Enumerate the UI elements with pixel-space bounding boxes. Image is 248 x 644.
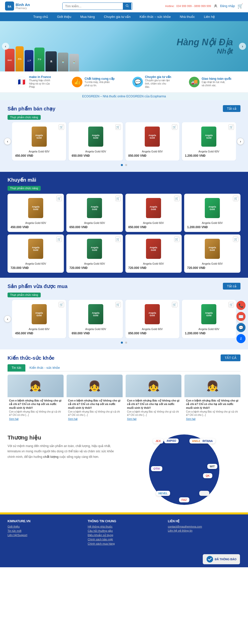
product-name: Angela Gold 60V xyxy=(72,328,120,331)
float-email-btn[interactable]: ✉️ xyxy=(236,312,245,321)
search-button[interactable] xyxy=(123,3,131,10)
hero-prev-btn[interactable]: ‹ xyxy=(2,43,9,50)
bestseller-product-0: AngelaGold 🛒 Angela Gold 60V 450.000 VNĐ xyxy=(12,122,66,160)
product-cart-btn[interactable]: 🛒 xyxy=(228,302,234,307)
top-header: BA Bình An Pharmacy Hotline: 034 999 999… xyxy=(0,0,248,12)
product-price: 450.000 VNĐ xyxy=(15,154,63,157)
hero-bottles-container: DHC ガル ニア アナ 黒 🫙 🫙 xyxy=(5,46,79,71)
product-cart-btn[interactable]: 🛒 xyxy=(56,196,62,201)
product-img-inner: AngelaGold xyxy=(146,198,161,218)
knowledge-img-inner: 👧 xyxy=(67,375,123,397)
recently-all-btn[interactable]: Tất cả xyxy=(223,283,240,290)
knowledge-link[interactable]: Xem hết xyxy=(8,418,64,422)
product-cart-btn[interactable]: 🛒 xyxy=(59,302,64,307)
bestseller-next-btn[interactable]: › xyxy=(237,138,244,145)
footer-link-terms[interactable]: Điều khoản sử dụng xyxy=(88,534,160,537)
product-img-inner: AngelaGold xyxy=(32,127,47,147)
product-img: AngelaGold xyxy=(187,197,237,219)
recently-tag: Thực phẩm chức năng xyxy=(8,293,41,297)
footer-link-news[interactable]: Tin tức mới xyxy=(8,529,80,533)
brand-badge-wit: WIT xyxy=(207,464,217,469)
product-cart-btn[interactable]: 🛒 xyxy=(233,196,238,201)
bestseller-title: Sản phẩm bán chạy xyxy=(8,106,55,112)
float-zalo-btn[interactable]: Z xyxy=(236,334,245,343)
bottle-7: 🫙 xyxy=(69,54,79,71)
footer-contact-info[interactable]: Liên hệ về thông tin xyxy=(168,529,192,532)
brand-title: Thương hiệu xyxy=(8,434,120,441)
float-messenger-btn[interactable]: 💬 xyxy=(236,323,245,332)
nav-item-intro[interactable]: Giới thiệu xyxy=(53,12,76,21)
nav-item-knowledge[interactable]: Kiến thức – sức khỏe xyxy=(135,12,175,21)
recently-prev-btn[interactable]: ‹ xyxy=(4,315,11,323)
bestseller-dot-2[interactable] xyxy=(125,164,127,166)
footer-link-support[interactable]: Liên hệ/Support xyxy=(8,534,80,537)
footer-link-pharmacies[interactable]: Hệ thống nhà thuốc xyxy=(88,525,160,528)
brand-badge-empty xyxy=(199,491,209,496)
product-cart-btn[interactable]: 🛒 xyxy=(56,236,62,242)
product-price: 1.200.000 VNĐ xyxy=(185,332,233,335)
bestseller-section: Sản phẩm bán chạy Tất cả Thực phẩm chức … xyxy=(0,100,248,172)
product-cart-btn[interactable]: 🛒 xyxy=(172,302,177,307)
brand-badge-faz: FAZ xyxy=(179,497,189,502)
footer-link-faq[interactable]: Câu hỏi thường gặp xyxy=(88,529,160,533)
nav-item-expert[interactable]: Chuyên gia tư vấn xyxy=(99,12,135,21)
product-img-inner: AngelaGold xyxy=(88,127,103,147)
knowledge-link[interactable]: Xem hết xyxy=(67,418,123,422)
product-cart-btn[interactable]: 🛒 xyxy=(115,196,121,201)
product-cart-btn[interactable]: 🛒 xyxy=(233,236,238,242)
product-cart-btn[interactable]: 🛒 xyxy=(115,236,121,242)
nav-item-home[interactable]: Trang chủ xyxy=(29,12,53,21)
product-price: 450.000 VNĐ xyxy=(15,332,63,335)
footer-email[interactable]: contact@mauthemivva.com xyxy=(168,525,202,528)
knowledge-all-btn[interactable]: TẤT CẢ xyxy=(221,354,240,361)
recently-dot-2[interactable] xyxy=(125,342,127,344)
promo-product-0: AngelaGold 🛒 Angela Gold 60V 450.000 VNĐ xyxy=(8,194,64,232)
login-link[interactable]: Đăng nhập xyxy=(220,4,235,8)
product-price: 850.000 VNĐ xyxy=(128,154,176,157)
product-img-inner: AngelaGold xyxy=(205,198,220,218)
knowledge-card-0: 👧 Con e bệnh nhưng Bác sỹ không cho gì c… xyxy=(8,375,64,422)
knowledge-link[interactable]: Xem hết xyxy=(184,418,240,422)
bestseller-prev-btn[interactable]: ‹ xyxy=(4,138,11,145)
bottle-2: ガル xyxy=(16,46,24,71)
nav-item-shop[interactable]: Mua hàng xyxy=(76,12,99,21)
float-phone-btn[interactable]: 📞 xyxy=(236,301,245,310)
knowledge-link[interactable]: Xem hết xyxy=(126,418,182,422)
feature-desc-quality: Từ nhà máy, nhà phân phối uy tín. xyxy=(84,80,110,87)
hero-next-btn[interactable]: › xyxy=(239,43,246,50)
knowledge-title: Con e bệnh nhưng Bác sỹ không cho gì cả … xyxy=(184,397,240,410)
bestseller-slider: ‹ AngelaGold 🛒 Angela Gold 60V 450.000 V… xyxy=(8,122,240,160)
bottle-6: 🫙 xyxy=(58,53,68,71)
bestseller-all-btn[interactable]: Tất cả xyxy=(223,105,240,112)
footer-link-about[interactable]: Giới thiệu xyxy=(8,525,80,528)
product-cart-btn[interactable]: 🛒 xyxy=(115,302,121,307)
feature-desc-expert: Chuyên gia tư vấn tận tình, chăm sóc chu… xyxy=(145,79,170,89)
footer-link-privacy[interactable]: Chính sách bảo mật xyxy=(88,538,160,541)
bestseller-dots xyxy=(8,163,240,167)
product-name: Angela Gold 60V xyxy=(187,221,237,224)
nav-item-pharmacy[interactable]: Nhà thuốc xyxy=(175,12,199,21)
product-cart-btn[interactable]: 🛒 xyxy=(115,124,121,130)
knowledge-tab-news[interactable]: Tin tức xyxy=(8,364,25,372)
svg-point-5 xyxy=(207,556,213,562)
footer-link-purchase[interactable]: Chính sách mua hàng xyxy=(88,542,160,545)
bestseller-header: Sản phẩm bán chạy Tất cả xyxy=(8,105,240,112)
product-cart-btn[interactable]: 🛒 xyxy=(174,196,180,201)
hero-title: Hàng Nội Địa xyxy=(177,37,233,47)
knowledge-tab-health[interactable]: Kiến thức - sức khỏe xyxy=(25,364,64,372)
nav-item-contact[interactable]: Liên hệ xyxy=(199,12,219,21)
product-cart-btn[interactable]: 🛒 xyxy=(228,124,234,130)
svg-point-4 xyxy=(215,5,216,6)
product-name: Angela Gold 60V xyxy=(128,221,179,224)
product-cart-btn[interactable]: 🛒 xyxy=(172,124,177,130)
search-input[interactable] xyxy=(63,3,123,9)
product-name: Angela Gold 60V xyxy=(15,150,63,153)
cart-icon[interactable]: 🛒 xyxy=(237,3,243,9)
bestseller-tag: Thực phẩm chức năng xyxy=(8,115,41,120)
feature-icon-expert: 💬 xyxy=(132,77,143,87)
product-cart-btn[interactable]: 🛒 xyxy=(174,236,180,242)
bottle-5: 黒 xyxy=(45,51,57,71)
bestseller-dot-1[interactable] xyxy=(121,164,123,166)
product-cart-btn[interactable]: 🛒 xyxy=(59,124,64,130)
recently-dot-1[interactable] xyxy=(121,342,123,344)
